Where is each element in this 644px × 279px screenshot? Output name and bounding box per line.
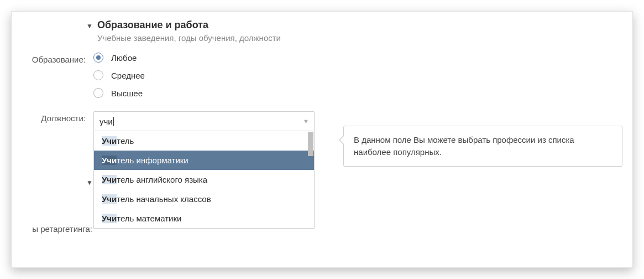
radio-label: Высшее: [111, 89, 143, 98]
scrollbar[interactable]: [308, 132, 313, 156]
section-header[interactable]: ▼ Образование и работа Учебные заведения…: [12, 19, 632, 43]
dropdown-item[interactable]: Учитель информатики: [94, 151, 314, 170]
radio-any[interactable]: Любое: [93, 53, 145, 63]
radio-icon: [93, 53, 103, 63]
collapse-icon[interactable]: ▼: [86, 179, 93, 187]
tooltip: В данном поле Вы можете выбрать професси…: [343, 126, 622, 167]
positions-label: Должности:: [12, 111, 93, 123]
radio-label: Любое: [111, 53, 137, 63]
radio-secondary[interactable]: Среднее: [93, 70, 145, 80]
education-label: Образование:: [12, 53, 93, 64]
radio-label: Среднее: [111, 71, 145, 80]
dropdown-item[interactable]: Учитель английского языка: [94, 170, 314, 189]
dropdown-item[interactable]: Учитель: [94, 131, 314, 151]
tooltip-text: В данном поле Вы можете выбрать професси…: [354, 135, 574, 157]
radio-icon: [93, 88, 103, 98]
retargeting-label: ы ретаргетинга:: [15, 224, 92, 234]
radio-higher[interactable]: Высшее: [93, 88, 145, 98]
radio-icon: [93, 70, 103, 80]
settings-panel: ▼ Образование и работа Учебные заведения…: [11, 11, 633, 268]
section-title: Образование и работа: [97, 19, 281, 31]
section-subtitle: Учебные заведения, годы обучения, должно…: [97, 33, 281, 43]
education-row: Образование: Любое Среднее Высшее: [12, 53, 632, 106]
collapse-icon: ▼: [86, 22, 93, 30]
positions-combo: учи ▼ Учитель Учитель информатики Учител…: [93, 111, 315, 131]
positions-dropdown: Учитель Учитель информатики Учитель англ…: [93, 131, 315, 229]
positions-input[interactable]: [93, 111, 315, 131]
dropdown-item[interactable]: Учитель начальных классов: [94, 189, 314, 209]
dropdown-item[interactable]: Учитель математики: [94, 209, 314, 228]
